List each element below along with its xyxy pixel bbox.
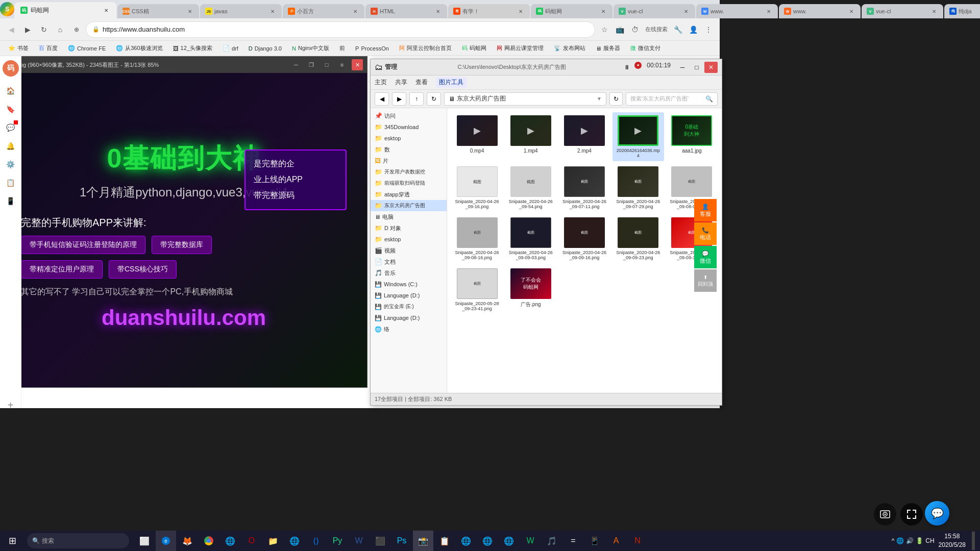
screenshot-expand-button[interactable] xyxy=(900,503,923,525)
taskbar-app-fox[interactable]: 🦊 xyxy=(177,531,198,551)
bookmark-processon[interactable]: P ProcessOn xyxy=(351,43,393,54)
taskbar-app-unknown4[interactable]: N xyxy=(627,531,648,551)
bookmark-shujian[interactable]: ⭐ 书签 xyxy=(4,43,33,54)
fe-search-box[interactable]: 搜索'东京大药房广告图' 🔍 xyxy=(626,92,718,106)
ls-notification-icon[interactable]: 🔔 xyxy=(3,138,19,154)
bookmark-360[interactable]: 🌐 从360极速浏览 xyxy=(112,43,166,54)
rf-top-button[interactable]: ⬆ 回到顶 xyxy=(694,269,717,292)
iv-close-button[interactable]: ✕ xyxy=(352,59,363,70)
fe-video-pause[interactable]: ⏸ xyxy=(620,62,633,73)
bookmark-aliyun[interactable]: 阿 阿里云控制台首页 xyxy=(395,43,456,54)
tab-close-vue[interactable]: ✕ xyxy=(682,7,690,15)
taskbar-app-ie[interactable]: 🌐 xyxy=(220,531,240,551)
fe-sidebar-item-data[interactable]: 📁 数 xyxy=(371,144,447,155)
tab-maqu2[interactable]: 码 码蛆网 ✕ xyxy=(531,4,612,18)
ls-chat-icon[interactable]: 💬 xyxy=(3,119,19,136)
fe-forward-button[interactable]: ▶ xyxy=(392,92,406,106)
tab-close-you[interactable]: ✕ xyxy=(517,7,525,15)
bookmark-fabuwz[interactable]: 📡 发布网站 xyxy=(550,43,590,54)
fe-minimize-button[interactable]: ─ xyxy=(676,62,689,73)
fe-file-snip052841[interactable]: 截图 Snipaste_2020-05-28_09-23-41.png xyxy=(451,265,503,314)
tab-close-active[interactable]: ✕ xyxy=(102,6,110,14)
tab-chun[interactable]: 纯 纯dja ✕ xyxy=(944,4,980,18)
fe-sidebar-item-visit[interactable]: 📌 访问 xyxy=(371,110,447,121)
tab-vue2[interactable]: V vue-cl ✕ xyxy=(862,4,943,18)
taskbar-app-wechat[interactable]: W xyxy=(520,531,541,551)
forward-button[interactable]: ▶ xyxy=(20,22,35,37)
bookmark-star[interactable]: ☆ xyxy=(597,22,611,37)
fe-sidebar-item-lang-d2[interactable]: 💾 Language (D:) xyxy=(371,312,447,323)
fe-sidebar-item-desktop[interactable]: 📁 esktop xyxy=(371,133,447,144)
bookmark-drf[interactable]: 📄 drf xyxy=(218,43,242,54)
taskbar-app-browser3[interactable]: 🌐 xyxy=(456,531,476,551)
tab-xiaobai[interactable]: 小 小百方 ✕ xyxy=(283,4,364,18)
taskbar-app-vscode[interactable]: ⟨⟩ xyxy=(306,531,326,551)
tab-close-xiaobai[interactable]: ✕ xyxy=(351,7,359,15)
taskbar-clock[interactable]: 15:58 2020/5/28 xyxy=(939,532,966,549)
tab-css[interactable]: CSS CSS精 ✕ xyxy=(117,4,199,18)
fe-path-dropdown[interactable]: ▼ xyxy=(597,96,602,102)
fe-up-button[interactable]: ↑ xyxy=(409,92,424,106)
rf-phone-button[interactable]: 📞 电话 xyxy=(694,222,717,245)
taskbar-app-chrome[interactable] xyxy=(199,531,219,551)
fe-sidebar-item-lang-d[interactable]: 💾 Language (D:) xyxy=(371,290,447,301)
taskbar-app-folder[interactable]: 📁 xyxy=(263,531,283,551)
fe-menu-picture-tools[interactable]: 图片工具 xyxy=(436,77,467,88)
fe-file-snip0816[interactable]: 截图 Snipaste_2020-04-26_09-08-16.png xyxy=(451,214,503,263)
taskbar-app-browser5[interactable]: 🌐 xyxy=(499,531,519,551)
fe-sidebar-item-music[interactable]: 🎵 音乐 xyxy=(371,267,447,279)
taskbar-search-box[interactable]: 🔍 搜索 xyxy=(27,533,129,548)
fe-video-record[interactable]: ● xyxy=(634,62,642,69)
bookmark-django[interactable]: D Django 3.0 xyxy=(244,43,286,54)
fe-sidebar-item-d-obj[interactable]: 📁 D 对象 xyxy=(371,222,447,234)
extensions-button[interactable]: 🔧 xyxy=(671,22,685,37)
menu-button[interactable]: ⋮ xyxy=(701,22,716,37)
fe-sidebar-item-qianduan[interactable]: 📁 前端获取扫码登陆 xyxy=(371,178,447,189)
bookmark-chrome[interactable]: 🌐 Chrome FE xyxy=(64,43,110,54)
ls-clipboard-icon[interactable]: 📋 xyxy=(3,174,19,191)
live-chat-bubble[interactable]: 💬 xyxy=(925,501,949,525)
bookmark-weixin[interactable]: 微 微信支付 xyxy=(626,43,665,54)
taskbar-app-unknown2[interactable]: 📱 xyxy=(584,531,605,551)
cast-button[interactable]: 📺 xyxy=(612,22,627,37)
profile-button[interactable]: 👤 xyxy=(686,22,700,37)
bookmark-nginx[interactable]: N Nginx中文版 xyxy=(288,43,333,54)
fe-sidebar-item-pic[interactable]: 🖼 片 xyxy=(371,155,447,166)
fe-menu-view[interactable]: 查看 xyxy=(415,78,428,87)
fe-sidebar-item-dev[interactable]: 📁 开发用户表数据挖 xyxy=(371,166,447,178)
taskbar-app-snipaste2[interactable]: 📋 xyxy=(434,531,455,551)
tab-close-html[interactable]: ✕ xyxy=(434,7,442,15)
fe-sidebar-item-network[interactable]: 🌐 络 xyxy=(371,323,447,335)
bookmark-fuwuqi[interactable]: 🖥 服务器 xyxy=(592,43,624,54)
taskbar-app-snipaste[interactable]: 📸 xyxy=(413,531,433,551)
tab-close-www1[interactable]: ✕ xyxy=(765,7,773,15)
iv-settings-icon[interactable]: ≡ xyxy=(336,59,348,70)
taskbar-app-unknown3[interactable]: A xyxy=(606,531,626,551)
start-button[interactable]: ⊞ xyxy=(0,531,24,551)
iv-restore-icon[interactable]: ❐ xyxy=(306,59,317,70)
home-button[interactable]: ⌂ xyxy=(53,22,67,37)
tray-volume[interactable]: 🔊 xyxy=(906,537,914,544)
taskbar-app-calc[interactable]: = xyxy=(563,531,583,551)
taskbar-app-unkown[interactable]: 🎵 xyxy=(542,531,562,551)
fe-sidebar-item-desktop2[interactable]: 📁 esktop xyxy=(371,234,447,245)
fe-sidebar-item-video[interactable]: 🎬 视频 xyxy=(371,245,447,256)
tab-close-vue2[interactable]: ✕ xyxy=(930,7,938,15)
history-button[interactable]: ⏱ xyxy=(628,22,642,37)
fe-file-guanggao[interactable]: 了不会会码蛆网 广告.png xyxy=(505,265,556,314)
fe-close-button[interactable]: ✕ xyxy=(704,62,718,73)
fe-sidebar-item-doc[interactable]: 📄 文档 xyxy=(371,256,447,267)
tab-vue[interactable]: V vue-cl ✕ xyxy=(614,4,695,18)
fe-file-snip1[interactable]: 截图 Snipaste_2020-04-26_09-16.png xyxy=(451,163,503,212)
taskbar-app-browser4[interactable]: 🌐 xyxy=(477,531,498,551)
fe-path-bar[interactable]: 🖥 东京大药房广告图 ▼ xyxy=(444,92,606,106)
active-tab[interactable]: 码 码蛆网 ✕ xyxy=(14,2,116,18)
fe-refresh-button[interactable]: ↻ xyxy=(427,92,441,106)
fe-sidebar-item-wincdrv[interactable]: 💾 Windows (C:) xyxy=(371,279,447,290)
fe-file-aaa1jpg[interactable]: 0基础到大神 aaa1.jpg xyxy=(666,112,718,161)
fe-file-snip0903[interactable]: 截图 Snipaste_2020-04-26_09-09-03.png xyxy=(505,214,556,263)
fe-file-1mp4[interactable]: ▶ 1.mp4 xyxy=(505,112,556,161)
taskbar-app-terminal[interactable]: ⬛ xyxy=(370,531,390,551)
fe-file-snip0711[interactable]: 截图 Snipaste_2020-04-26_09-07-11.png xyxy=(558,163,610,212)
fe-menu-share[interactable]: 共享 xyxy=(395,78,407,87)
